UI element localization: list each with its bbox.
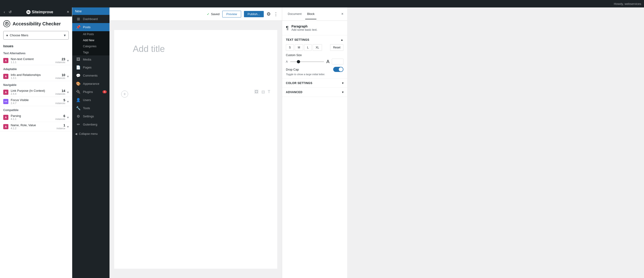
issue-count: 14 — [56, 89, 65, 93]
issue-expand-icon[interactable]: ▾ — [67, 59, 69, 62]
category-text-alternatives: Text Alternatives — [0, 49, 72, 56]
issue-code: 1.3.1 — [11, 77, 56, 79]
color-settings-section[interactable]: Color Settings ▾ — [282, 79, 347, 88]
nav-back-button[interactable]: ‹ — [3, 9, 6, 15]
font-size-slider[interactable] — [290, 61, 324, 62]
issues-section-title: Issues — [0, 42, 72, 49]
block-info: ¶ Paragraph Add some basic text. — [282, 21, 347, 35]
menu-item-comments[interactable]: 💬 Comments — [72, 71, 110, 80]
issue-name: Non-text Content — [11, 57, 56, 61]
badge-a: A — [3, 90, 8, 95]
settings-button[interactable]: ⚙ — [266, 11, 271, 17]
issue-name: Info and Relationships — [11, 73, 56, 77]
issue-name: Focus Visible — [11, 98, 56, 102]
menu-item-media[interactable]: 🖼 Media — [72, 55, 110, 63]
issue-expand-icon[interactable]: ▾ — [67, 125, 69, 129]
issue-code: 2.4.7 — [11, 102, 56, 105]
issue-expand-icon[interactable]: ▾ — [67, 74, 69, 78]
issue-expand-icon[interactable]: ▾ — [67, 115, 69, 119]
text-icon[interactable]: T — [268, 89, 270, 94]
editor-area: ✓ Saved Preview Publish... ⚙ ⋮ Add title… — [110, 7, 282, 278]
menu-item-settings[interactable]: ⚙ Settings — [72, 112, 110, 120]
editor-document: Add title + 🖼 ⊟ T — [114, 30, 277, 269]
menu-item-dashboard[interactable]: ⊞ Dashboard — [72, 15, 110, 23]
menu-item-gutenberg[interactable]: ✏ Gutenberg — [72, 120, 110, 129]
collapse-arrow-icon: ◀ — [75, 132, 77, 136]
size-l-button[interactable]: L — [304, 44, 312, 51]
size-xl-button[interactable]: XL — [313, 44, 322, 51]
slider-thumb[interactable] — [297, 60, 300, 63]
issue-expand-icon[interactable]: ▾ — [67, 90, 69, 94]
drop-cap-toggle[interactable] — [333, 67, 344, 72]
menu-item-plugins[interactable]: 🔌 Plugins 6 — [72, 88, 110, 96]
issue-count: 10 — [56, 73, 65, 77]
collapse-menu-button[interactable]: ◀ Collapse menu — [72, 130, 110, 137]
font-small-icon: A — [286, 60, 288, 63]
nav-refresh-button[interactable]: ↺ — [8, 9, 12, 15]
wp-menu-new: New — [72, 7, 110, 15]
saved-indicator: ✓ Saved — [207, 12, 220, 16]
tab-block[interactable]: Block — [305, 9, 316, 19]
text-settings-collapse-icon[interactable]: ▲ — [341, 38, 344, 41]
menu-item-users[interactable]: 👤 Users — [72, 96, 110, 104]
add-block-button[interactable]: + — [121, 91, 128, 98]
badge-aa: AA — [3, 99, 8, 104]
close-right-panel-button[interactable]: × — [341, 12, 344, 16]
submenu-add-new[interactable]: Add New — [72, 37, 110, 43]
right-panel: Document Block × ¶ Paragraph Add some ba… — [282, 7, 347, 278]
size-s-button[interactable]: S — [286, 44, 294, 51]
badge-a: A — [3, 124, 8, 129]
submenu-all-posts[interactable]: All Posts — [72, 31, 110, 37]
dashboard-icon: ⊞ — [76, 17, 80, 21]
pages-icon: 📄 — [76, 65, 80, 70]
font-size-input[interactable] — [332, 59, 344, 64]
submenu-categories[interactable]: Categories — [72, 43, 110, 49]
filter-chevron-icon: ▾ — [64, 33, 66, 37]
close-panel-button[interactable]: × — [67, 9, 69, 14]
users-icon: 👤 — [76, 98, 80, 102]
menu-item-pages[interactable]: 📄 Pages — [72, 63, 110, 71]
issue-count: 23 — [56, 57, 65, 61]
gallery-icon[interactable]: ⊟ — [262, 89, 265, 94]
tools-icon: 🔧 — [76, 106, 80, 110]
preview-button[interactable]: Preview — [222, 11, 241, 17]
menu-label: Plugins — [83, 90, 93, 94]
menu-item-posts[interactable]: 📌 Posts — [72, 23, 110, 31]
badge-a: A — [3, 74, 8, 79]
accessibility-checker-title: Accessibility Checker — [0, 16, 72, 29]
font-large-icon: A — [326, 59, 330, 64]
advanced-section[interactable]: Advanced ▾ — [282, 88, 347, 97]
menu-label: Posts — [83, 25, 91, 29]
comments-icon: 💬 — [76, 73, 80, 78]
image-icon[interactable]: 🖼 — [254, 89, 259, 94]
posts-icon: 📌 — [76, 25, 80, 29]
more-options-button[interactable]: ⋮ — [274, 11, 278, 17]
text-size-buttons: S M L XL Reset — [286, 44, 344, 51]
menu-item-tools[interactable]: 🔧 Tools — [72, 104, 110, 112]
publish-button[interactable]: Publish... — [244, 11, 264, 17]
issue-info-relationships: A Info and Relationships 1.3.1 10 instan… — [0, 72, 72, 81]
choose-filters-dropdown[interactable]: ▾ Choose filters ▾ — [3, 31, 69, 39]
size-m-button[interactable]: M — [295, 44, 303, 51]
category-adaptable: Adaptable — [0, 65, 72, 72]
tab-document[interactable]: Document — [286, 9, 303, 19]
editor-canvas: Add title + 🖼 ⊟ T — [110, 21, 282, 278]
reset-size-button[interactable]: Reset — [330, 44, 344, 51]
issue-non-text-content: A Non-text Content 1.1.1 23 instances ▾ — [0, 56, 72, 65]
accessibility-checker-panel: ‹ ↺ SI Siteimprove × Accessibility Check… — [0, 7, 72, 278]
settings-icon: ⚙ — [76, 114, 80, 118]
advanced-chevron-icon: ▾ — [342, 91, 344, 94]
issue-label: instances — [56, 93, 65, 95]
menu-label: Appearance — [83, 82, 99, 85]
issue-code: 4.1.2 — [11, 127, 56, 130]
toggle-knob — [339, 67, 343, 71]
issue-code: 1.1.1 — [11, 61, 56, 63]
add-title-field[interactable]: Add title — [133, 44, 259, 54]
submenu-tags[interactable]: Tags — [72, 49, 110, 55]
issue-expand-icon[interactable]: ▾ — [67, 100, 69, 103]
issue-label: instances — [56, 118, 65, 120]
filter-icon: ▾ — [6, 33, 8, 37]
drop-cap-description: Toggle to show a large initial letter. — [286, 73, 344, 76]
text-settings-section: Text Settings ▲ S M L XL Reset Custom Si… — [282, 35, 347, 79]
menu-item-appearance[interactable]: 🎨 Appearance — [72, 80, 110, 88]
